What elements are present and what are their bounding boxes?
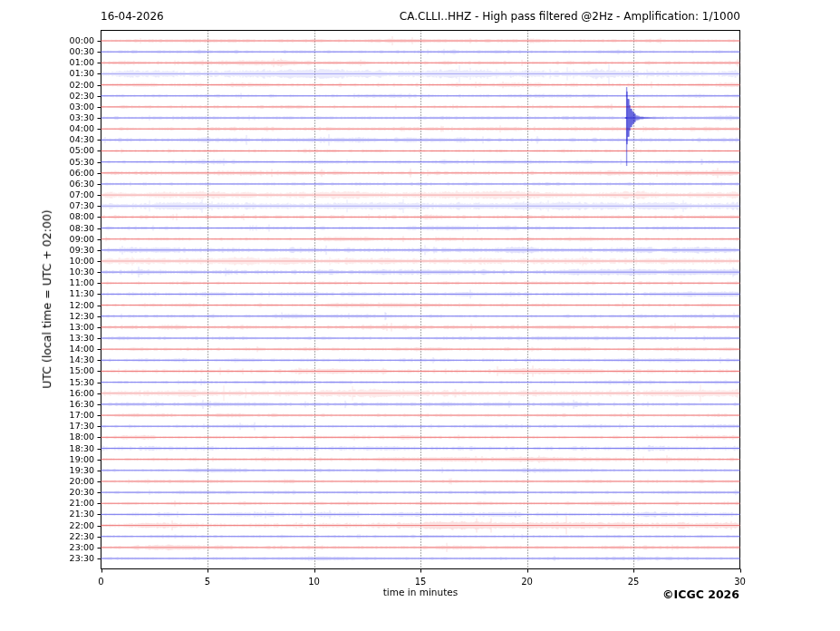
row-time-label: 15:30 xyxy=(70,378,94,387)
row-time-label: 22:00 xyxy=(70,521,94,530)
row-time-label: 11:00 xyxy=(70,278,94,287)
row-time-label: 20:30 xyxy=(70,488,94,497)
row-time-label: 21:30 xyxy=(70,510,94,519)
row-time-label: 09:00 xyxy=(70,235,94,244)
row-time-label: 21:00 xyxy=(70,499,94,508)
y-axis-label: UTC (local time = UTC + 02:00) xyxy=(41,209,53,389)
x-tick-label: 5 xyxy=(205,577,210,587)
helicorder-plot-canvas xyxy=(0,0,840,631)
copyright-label: ©ICGC 2026 xyxy=(662,588,739,601)
row-time-label: 09:30 xyxy=(70,246,94,255)
row-time-label: 13:00 xyxy=(70,323,94,332)
row-time-label: 17:00 xyxy=(70,411,94,420)
row-time-label: 13:30 xyxy=(70,334,94,343)
row-time-label: 12:30 xyxy=(70,312,94,321)
row-time-label: 08:00 xyxy=(70,212,94,221)
row-time-label: 02:00 xyxy=(70,81,94,90)
x-tick-label: 0 xyxy=(98,577,103,587)
row-time-label: 07:30 xyxy=(70,201,94,210)
row-time-label: 10:00 xyxy=(70,257,94,266)
x-axis-label: time in minutes xyxy=(383,587,458,598)
row-time-label: 14:30 xyxy=(70,355,94,364)
row-time-label: 23:30 xyxy=(70,554,94,563)
row-time-label: 17:30 xyxy=(70,422,94,431)
row-time-label: 14:00 xyxy=(70,345,94,354)
x-tick-label: 30 xyxy=(734,577,746,587)
row-time-label: 00:30 xyxy=(70,47,94,56)
x-tick-label: 10 xyxy=(308,577,320,587)
row-time-label: 06:00 xyxy=(70,169,94,178)
row-time-label: 02:30 xyxy=(70,92,94,101)
row-time-label: 04:30 xyxy=(70,135,94,144)
row-time-label: 08:30 xyxy=(70,224,94,233)
row-time-label: 03:00 xyxy=(70,102,94,112)
row-time-label: 10:30 xyxy=(70,267,94,277)
x-tick-label: 20 xyxy=(521,577,533,587)
row-time-label: 12:00 xyxy=(70,301,94,310)
row-time-label: 11:30 xyxy=(70,289,94,298)
row-time-label: 19:00 xyxy=(70,455,94,464)
row-time-label: 15:00 xyxy=(70,366,94,375)
row-time-label: 22:30 xyxy=(70,532,94,541)
row-time-label: 03:30 xyxy=(70,113,94,122)
row-time-label: 04:00 xyxy=(70,124,94,133)
row-time-label: 16:30 xyxy=(70,400,94,409)
row-time-label: 23:00 xyxy=(70,543,94,552)
helicorder-figure: 16-04-2026 CA.CLLI..HHZ - High pass filt… xyxy=(0,0,840,631)
x-tick-label: 25 xyxy=(628,577,640,587)
row-time-label: 06:30 xyxy=(70,180,94,189)
row-time-label: 07:00 xyxy=(70,190,94,199)
chart-title: CA.CLLI..HHZ - High pass filtered @2Hz -… xyxy=(400,11,740,23)
x-tick-label: 15 xyxy=(415,577,427,587)
row-time-label: 19:30 xyxy=(70,466,94,475)
row-time-label: 16:00 xyxy=(70,389,94,398)
row-time-label: 05:00 xyxy=(70,146,94,155)
date-label: 16-04-2026 xyxy=(101,11,164,23)
row-time-label: 18:00 xyxy=(70,432,94,442)
row-time-label: 00:00 xyxy=(70,36,94,45)
row-time-label: 01:00 xyxy=(70,58,94,67)
row-time-label: 18:30 xyxy=(70,444,94,453)
row-time-label: 20:00 xyxy=(70,477,94,486)
row-time-label: 01:30 xyxy=(70,69,94,78)
row-time-label: 05:30 xyxy=(70,158,94,167)
